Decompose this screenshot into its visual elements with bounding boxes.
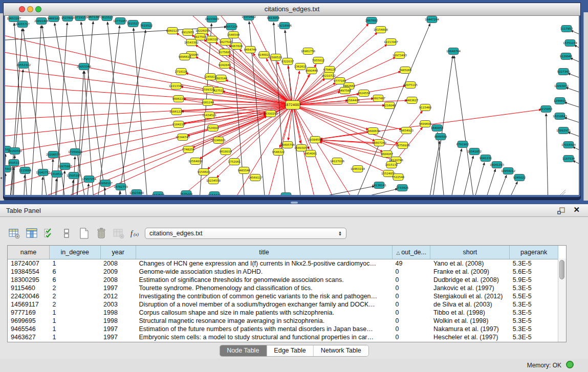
network-node[interactable]: 1117953 xyxy=(560,26,573,32)
network-node[interactable]: 16447294 xyxy=(425,16,439,23)
network-node[interactable]: 1599320 xyxy=(202,86,215,93)
network-node[interactable]: 9466162 xyxy=(48,16,60,22)
network-node[interactable]: 9684067 xyxy=(381,151,394,158)
network-node[interactable]: 9129946 xyxy=(560,53,573,60)
network-node[interactable]: 1752061 xyxy=(228,159,241,165)
network-node[interactable]: 1314519 xyxy=(51,171,63,178)
network-node[interactable]: 9242848 xyxy=(219,62,231,69)
network-node[interactable]: 20053346 xyxy=(77,63,91,70)
network-node[interactable]: 1187534 xyxy=(562,156,575,162)
network-node[interactable]: 19671385 xyxy=(86,16,101,20)
network-node[interactable]: 7748256 xyxy=(182,146,195,153)
network-node[interactable]: 15246801 xyxy=(211,137,226,144)
network-node[interactable]: 12093872 xyxy=(554,83,569,90)
network-node[interactable]: 15751074 xyxy=(563,40,577,47)
network-node[interactable]: 12213349 xyxy=(169,83,183,90)
network-node[interactable]: 10719155 xyxy=(73,16,88,21)
network-node[interactable]: 2718126 xyxy=(175,69,188,75)
network-node[interactable]: 7857224 xyxy=(225,24,238,30)
network-node[interactable]: 18300295 xyxy=(264,111,278,117)
network-node[interactable]: 8618014 xyxy=(220,148,232,155)
network-node[interactable]: 7615522 xyxy=(140,23,153,29)
network-node[interactable]: 9175685 xyxy=(219,49,231,56)
table-row[interactable]: 1872400712008Changes of HCN gene express… xyxy=(8,259,558,268)
network-node[interactable]: 11434521 xyxy=(202,112,216,119)
network-node[interactable]: 9245022 xyxy=(513,174,526,181)
column-header-name[interactable]: name xyxy=(8,246,49,259)
network-node[interactable]: 20553312 xyxy=(16,62,31,69)
network-node[interactable]: 10954212 xyxy=(501,168,515,174)
network-window-titlebar[interactable]: citations_edges.txt xyxy=(4,3,580,16)
network-node[interactable]: 18341852 xyxy=(467,148,482,155)
network-node[interactable]: 8454061 xyxy=(304,150,317,157)
float-window-icon[interactable] xyxy=(557,207,565,215)
network-node[interactable]: 9146821 xyxy=(258,52,271,58)
column-header-title[interactable]: title xyxy=(136,246,392,259)
select-attributes-icon[interactable] xyxy=(42,227,56,240)
network-node[interactable]: 1115684 xyxy=(19,167,32,174)
network-node[interactable]: 16154808 xyxy=(374,27,388,33)
network-node[interactable]: 16041293 xyxy=(490,162,504,168)
network-node[interactable]: 6794028 xyxy=(323,67,336,73)
network-node[interactable]: 9154603 xyxy=(198,169,210,176)
network-node[interactable]: 12975115 xyxy=(403,82,418,89)
network-node[interactable]: 2887682 xyxy=(365,17,378,24)
splitter-handle-icon[interactable] xyxy=(291,202,298,204)
network-node[interactable]: 15372602 xyxy=(242,16,256,20)
memory-status-icon[interactable] xyxy=(566,361,574,368)
column-header-in_degree[interactable]: in_degree xyxy=(49,246,100,259)
table-select[interactable]: citations_edges.txt ▲▼ xyxy=(145,228,346,239)
table-settings-icon[interactable] xyxy=(7,227,21,240)
network-node[interactable]: 9115460 xyxy=(419,104,432,111)
table-row[interactable]: 946554611997Estimation of the future num… xyxy=(8,325,558,333)
network-node[interactable]: 12923448 xyxy=(129,190,144,195)
network-node[interactable]: 8454749 xyxy=(244,47,257,53)
network-node[interactable]: 16782759 xyxy=(114,184,128,190)
network-node[interactable]: 9886220 xyxy=(172,96,185,102)
table-row[interactable]: 1830029562008Estimation of significance … xyxy=(8,276,558,284)
network-node[interactable]: 850511 xyxy=(9,160,19,166)
network-node[interactable]: 15992971 xyxy=(556,127,571,134)
network-node[interactable]: 14136141 xyxy=(372,182,386,189)
network-node[interactable]: 16543382 xyxy=(184,39,199,46)
network-node[interactable]: 19384554 xyxy=(308,137,322,143)
network-node[interactable]: 1527602 xyxy=(61,16,74,21)
tab-network-table[interactable]: Network Table xyxy=(314,345,368,356)
network-node[interactable]: 10973493 xyxy=(393,52,407,59)
network-node[interactable]: 14569117 xyxy=(248,174,263,181)
network-node[interactable]: 7815527 xyxy=(127,20,140,27)
row-options-icon[interactable] xyxy=(59,227,73,240)
table-scrollbar-thumb[interactable] xyxy=(559,260,564,279)
network-node[interactable]: 10688639 xyxy=(366,128,380,135)
table-row[interactable]: 946362711997Embryonic stem cells: a mode… xyxy=(8,333,558,341)
table-scrollbar[interactable] xyxy=(558,258,566,342)
network-node[interactable]: 1733426 xyxy=(396,185,409,191)
network-node[interactable]: 12042757 xyxy=(36,169,50,176)
network-node[interactable]: 16344745 xyxy=(176,134,190,141)
network-node[interactable]: 16210643 xyxy=(553,113,567,120)
network-node[interactable]: 20564486 xyxy=(345,97,360,104)
network-node[interactable]: 8649509 xyxy=(434,134,447,140)
network-node[interactable]: 10234558 xyxy=(206,178,221,184)
network-node[interactable]: 6497568 xyxy=(339,87,352,94)
network-node[interactable]: 10958107 xyxy=(98,180,113,187)
network-node[interactable]: 17359924 xyxy=(68,149,82,156)
network-node[interactable]: 6216040 xyxy=(383,102,396,109)
network-node[interactable]: 9990448 xyxy=(306,68,318,74)
function-builder-icon[interactable]: f(x) xyxy=(129,227,143,240)
network-node[interactable]: 14055717 xyxy=(15,21,30,28)
network-node[interactable]: 8813054 xyxy=(267,16,280,21)
network-node[interactable]: 16033809 xyxy=(205,16,219,23)
network-node[interactable]: 7955812 xyxy=(312,57,325,64)
network-node[interactable]: 8860123 xyxy=(166,28,179,34)
network-node[interactable]: 1244419 xyxy=(554,98,567,104)
network-node[interactable]: 1245817 xyxy=(204,74,217,80)
network-node[interactable]: 6791902 xyxy=(456,141,469,148)
network-node[interactable]: 7485063 xyxy=(399,67,412,74)
network-node[interactable]: 1546544 xyxy=(227,32,240,38)
network-node[interactable]: 10807487 xyxy=(371,95,385,102)
network-node[interactable]: 19756928 xyxy=(396,142,410,149)
close-icon[interactable]: ✕ xyxy=(573,205,580,214)
network-node[interactable]: 10771955 xyxy=(113,18,127,25)
network-node[interactable]: 2867608 xyxy=(230,43,243,50)
